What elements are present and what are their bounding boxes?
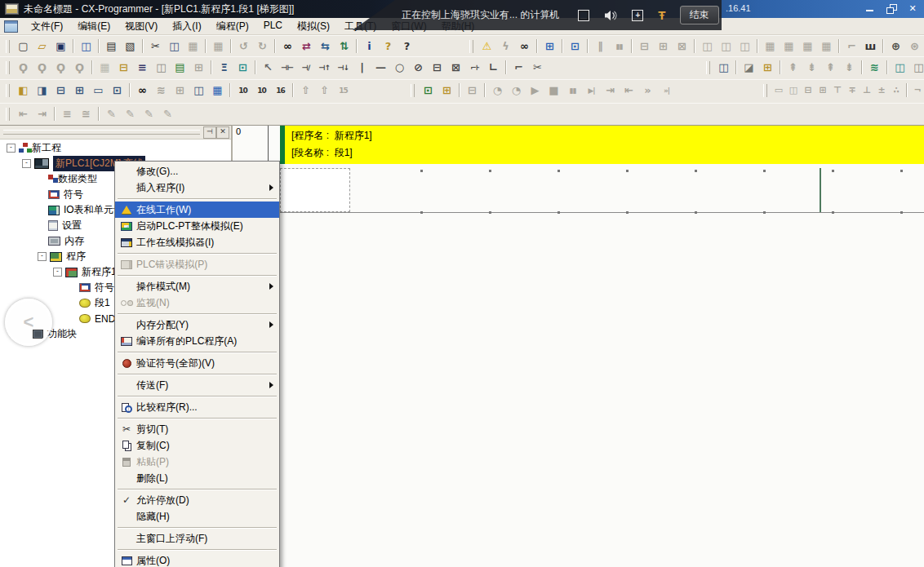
line-connect-icon[interactable]: ⌐	[509, 60, 528, 76]
plc-clock-icon[interactable]: ◫	[714, 60, 733, 76]
contact-no-icon[interactable]: ⊣⊢	[278, 60, 296, 76]
ladder-cursor-cell[interactable]	[280, 168, 350, 212]
tree-expander-icon[interactable]: -	[38, 252, 47, 261]
new-file-icon[interactable]: ▢	[14, 38, 33, 55]
monitor-box-icon[interactable]: ◫	[152, 60, 171, 76]
menubar-item-7[interactable]: 模拟(S)	[290, 18, 337, 35]
tree-item-new-project[interactable]: -新工程	[2, 140, 231, 156]
replace-icon[interactable]: ⇄	[297, 38, 316, 55]
simulator-online-icon[interactable]: ⊞	[540, 38, 559, 55]
line-vertical-icon[interactable]: |	[353, 60, 371, 76]
context-help-icon[interactable]: ?	[398, 38, 416, 55]
menu-cut[interactable]: ✂剪切(T)	[115, 421, 279, 437]
pen-tool-icon[interactable]: Ŧ	[658, 10, 665, 21]
save-icon[interactable]: ▣	[51, 38, 70, 55]
watch-2-icon[interactable]: ◫	[909, 60, 924, 76]
contact-down-icon[interactable]: ⊣↓	[334, 60, 353, 76]
menubar-item-1[interactable]: 文件(F)	[24, 18, 70, 35]
data-trace-icon[interactable]: ⊕	[886, 38, 905, 55]
work-online-2-icon[interactable]: ⊡	[419, 82, 438, 99]
find-online-icon[interactable]: ∞	[515, 38, 534, 55]
menu-work-online-simulator[interactable]: 工作在线模拟器(I)	[115, 234, 279, 250]
line-horizontal-icon[interactable]: —	[371, 60, 390, 76]
address-reference-icon[interactable]: ≡	[133, 60, 152, 76]
copy-icon[interactable]: ◫	[165, 38, 184, 55]
open-file-icon[interactable]: ▱	[33, 38, 51, 55]
rung-bars-icon[interactable]: ▤	[171, 60, 189, 76]
new-window-icon[interactable]: +	[632, 10, 643, 21]
speaker-icon[interactable]	[604, 10, 617, 21]
menubar-item-4[interactable]: 插入(I)	[165, 18, 208, 35]
restore-button[interactable]	[884, 2, 899, 15]
tile-horizontal-icon[interactable]: ⊟	[51, 82, 70, 99]
function-block-icon[interactable]: ⌐⊦	[465, 60, 484, 76]
tree-expander-icon[interactable]: -	[7, 144, 16, 153]
menu-work-online[interactable]: 在线工作(W)	[115, 202, 279, 218]
select-tool-icon[interactable]: ↖	[259, 60, 278, 76]
print-preview-icon[interactable]: ▧	[121, 38, 140, 55]
panel-close-button[interactable]: ✕	[216, 126, 229, 139]
cross-ref-report-icon[interactable]: ▦	[208, 82, 227, 99]
show-symbols-icon[interactable]: ⊟	[114, 60, 133, 76]
tile-vertical-icon[interactable]: ⊞	[70, 82, 89, 99]
remote-side-handle[interactable]: <	[5, 299, 52, 346]
contact-nc-icon[interactable]: ⊣∕	[296, 60, 315, 76]
mnemonics-icon[interactable]: Ξ	[215, 60, 233, 76]
menubar-item-5[interactable]: 编程(P)	[209, 18, 256, 35]
online-with-simulator-icon[interactable]: ⊡	[566, 38, 584, 55]
menu-start-plc-pt-simulation[interactable]: 启动PLC-PT整体模拟(E)	[115, 218, 279, 234]
watch-1-icon[interactable]: ◫	[891, 60, 909, 76]
tree-expander-icon[interactable]: -	[22, 159, 31, 168]
menu-compare-program[interactable]: 比较程序(R)...	[115, 399, 279, 415]
line-remove-icon[interactable]: ✂	[528, 60, 547, 76]
style-colors-icon[interactable]: ≋	[865, 60, 884, 76]
menu-insert-program[interactable]: 插入程序(I)	[115, 179, 279, 196]
decimal-icon[interactable]: 10	[233, 82, 252, 99]
instruction-icon[interactable]: ⊟	[428, 60, 446, 76]
menu-float-on-main-window[interactable]: 主窗口上浮动(F)	[115, 530, 279, 547]
menu-delete[interactable]: 删除(L)	[115, 470, 279, 486]
ladder-window-icon[interactable]: ⊡	[233, 60, 252, 76]
instruction-nc-icon[interactable]: ⊠	[446, 60, 465, 76]
simulator-2-icon[interactable]: ⊞	[438, 82, 456, 99]
panel-drag-grip[interactable]	[3, 130, 200, 135]
about-icon[interactable]: i	[360, 38, 379, 55]
compare-programs-icon[interactable]: ◫	[77, 38, 96, 55]
differential-monitor-icon[interactable]: ш	[861, 38, 880, 55]
menubar-item-2[interactable]: 编辑(E)	[70, 18, 118, 35]
ladder-editor[interactable]: 0 ▶ [程序名 : 新程序1] [段名称 : 段1]	[233, 125, 924, 567]
new-window-icon[interactable]: ◧	[14, 82, 33, 99]
grid-icon[interactable]: ▦	[96, 60, 114, 76]
panel-header[interactable]: ⊣ ✕	[0, 126, 231, 140]
find-symbol-icon[interactable]: ⇆	[316, 38, 335, 55]
menubar-item-3[interactable]: 视图(V)	[118, 18, 165, 35]
tree-expander-icon[interactable]: -	[53, 268, 62, 277]
print-icon[interactable]: ▤	[102, 38, 121, 55]
program-check-icon[interactable]: ⊞	[758, 60, 777, 76]
fb-parameter-icon[interactable]: ∟	[484, 60, 503, 76]
close-button[interactable]: ✕	[905, 2, 920, 15]
menu-memory-allocation[interactable]: 内存分配(Y)	[115, 317, 279, 333]
work-online-icon[interactable]: ⚠	[478, 38, 496, 55]
window-properties-icon[interactable]: ⊡	[108, 82, 127, 99]
contact-up-icon[interactable]: ⊣↑	[315, 60, 334, 76]
menu-operating-mode[interactable]: 操作模式(M)	[115, 278, 279, 295]
cascade-icon[interactable]: ◨	[33, 82, 51, 99]
cut-icon[interactable]: ✂	[146, 38, 165, 55]
menubar-item-6[interactable]: PLC	[256, 18, 290, 35]
menu-compile-all-plc-programs[interactable]: 编译所有的PLC程序(A)	[115, 333, 279, 349]
menu-hide[interactable]: 隐藏(H)	[115, 508, 279, 525]
help-icon[interactable]: ?	[379, 38, 398, 55]
menu-allow-docking[interactable]: ✓允许停放(D)	[115, 492, 279, 508]
menu-verify-symbols-all[interactable]: 验证符号(全部)(V)	[115, 355, 279, 371]
cross-reference-icon[interactable]: ⇅	[335, 38, 353, 55]
fullscreen-icon[interactable]	[578, 10, 589, 21]
address-ref-tool-icon[interactable]: ◫	[189, 82, 208, 99]
minimize-button[interactable]	[863, 2, 877, 15]
menu-properties[interactable]: 属性(O)	[115, 552, 279, 567]
arrange-icons-icon[interactable]: ▭	[89, 82, 108, 99]
hex-icon[interactable]: 16	[271, 82, 290, 99]
symbol-shortcut-icon[interactable]: ◪	[740, 60, 758, 76]
menu-copy[interactable]: 复制(C)	[115, 437, 279, 454]
coil-icon[interactable]: ○	[390, 60, 409, 76]
